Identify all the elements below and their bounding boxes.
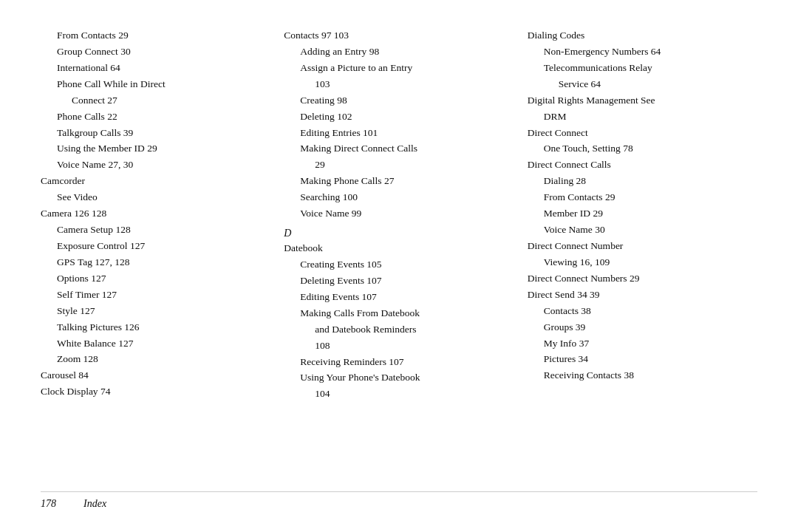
index-entry: Receiving Contacts 38 [528, 368, 757, 383]
column-1: From Contacts 29Group Connect 30Internat… [41, 28, 284, 484]
index-entry: One Touch, Setting 78 [528, 141, 757, 157]
index-entry: Non-Emergency Numbers 64 [528, 44, 757, 60]
index-entry: Options 127 [41, 271, 270, 287]
index-entry: Style 127 [41, 304, 270, 319]
page: From Contacts 29Group Connect 30Internat… [0, 0, 798, 532]
index-entry: Voice Name 27, 30 [41, 157, 270, 173]
index-entry: and Datebook Reminders [284, 322, 514, 338]
index-entry: Phone Call While in Direct [41, 77, 270, 92]
index-entry: Service 64 [528, 77, 757, 92]
index-entry: Carousel 84 [41, 368, 270, 383]
footer-page-number: 178 [41, 498, 70, 510]
index-entry: Exposure Control 127 [41, 239, 270, 254]
index-entry: Adding an Entry 98 [284, 44, 514, 60]
index-entry: Dialing Codes [528, 28, 757, 44]
index-entry: GPS Tag 127, 128 [41, 255, 270, 270]
index-entry: Zoom 128 [41, 352, 270, 367]
index-entry: See Video [41, 190, 270, 205]
index-entry: Making Calls From Datebook [284, 306, 514, 321]
index-entry: Deleting Events 107 [284, 273, 514, 289]
index-entry: Member ID 29 [528, 206, 757, 222]
footer: 178 Index [41, 491, 757, 510]
index-entry: Digital Rights Management See [528, 93, 757, 109]
index-entry: Using Your Phone's Datebook [284, 370, 514, 386]
index-entry: 104 [284, 386, 514, 402]
index-entry: Making Phone Calls 27 [284, 174, 514, 189]
index-entry: Pictures 34 [528, 352, 757, 367]
index-entry: My Info 37 [528, 336, 757, 352]
index-entry: Clock Display 74 [41, 384, 270, 400]
index-entry: Making Direct Connect Calls [284, 141, 514, 157]
index-entry: Direct Connect [528, 126, 757, 141]
index-entry: Deleting 102 [284, 109, 514, 125]
index-entry: Receiving Reminders 107 [284, 355, 514, 370]
index-entry: Voice Name 99 [284, 206, 514, 222]
index-entry: Searching 100 [284, 190, 514, 205]
index-entry: Contacts 38 [528, 304, 757, 319]
index-entry: 108 [284, 338, 514, 354]
index-entry: Camcorder [41, 174, 270, 189]
index-entry: Groups 39 [528, 320, 757, 335]
index-entry: International 64 [41, 61, 270, 76]
column-3: Dialing CodesNon-Emergency Numbers 64Tel… [528, 28, 757, 484]
index-entry: Direct Send 34 39 [528, 287, 757, 303]
index-entry: Camera 126 128 [41, 206, 270, 222]
index-entry: White Balance 127 [41, 336, 270, 352]
index-entry: 103 [284, 77, 514, 92]
index-entry: Connect 27 [41, 93, 270, 109]
index-entry: Using the Member ID 29 [41, 141, 270, 157]
index-entry: Editing Events 107 [284, 290, 514, 305]
column-2: Contacts 97 103Adding an Entry 98Assign … [284, 28, 527, 484]
index-entry: Talkgroup Calls 39 [41, 126, 270, 141]
index-entry: Phone Calls 22 [41, 109, 270, 125]
index-entry: Group Connect 30 [41, 44, 270, 60]
index-entry: Creating 98 [284, 93, 514, 109]
index-entry: Assign a Picture to an Entry [284, 61, 514, 76]
index-entry: From Contacts 29 [41, 28, 270, 44]
index-entry: Creating Events 105 [284, 257, 514, 273]
index-entry: Direct Connect Calls [528, 157, 757, 173]
index-entry: Datebook [284, 241, 514, 256]
index-entry: Direct Connect Numbers 29 [528, 271, 757, 287]
index-entry: Editing Entries 101 [284, 126, 514, 141]
section-letter: D [284, 228, 514, 239]
index-entry: Self Timer 127 [41, 287, 270, 303]
index-entry: From Contacts 29 [528, 190, 757, 205]
index-entry: Camera Setup 128 [41, 222, 270, 238]
index-entry: Contacts 97 103 [284, 28, 514, 44]
footer-index-label: Index [83, 498, 106, 510]
index-entry: 29 [284, 157, 514, 173]
index-entry: Dialing 28 [528, 174, 757, 189]
index-entry: Direct Connect Number [528, 239, 757, 254]
index-entry: Telecommunications Relay [528, 61, 757, 76]
content-columns: From Contacts 29Group Connect 30Internat… [41, 28, 757, 484]
index-entry: DRM [528, 109, 757, 125]
index-entry: Viewing 16, 109 [528, 255, 757, 270]
index-entry: Voice Name 30 [528, 222, 757, 238]
index-entry: Talking Pictures 126 [41, 320, 270, 335]
